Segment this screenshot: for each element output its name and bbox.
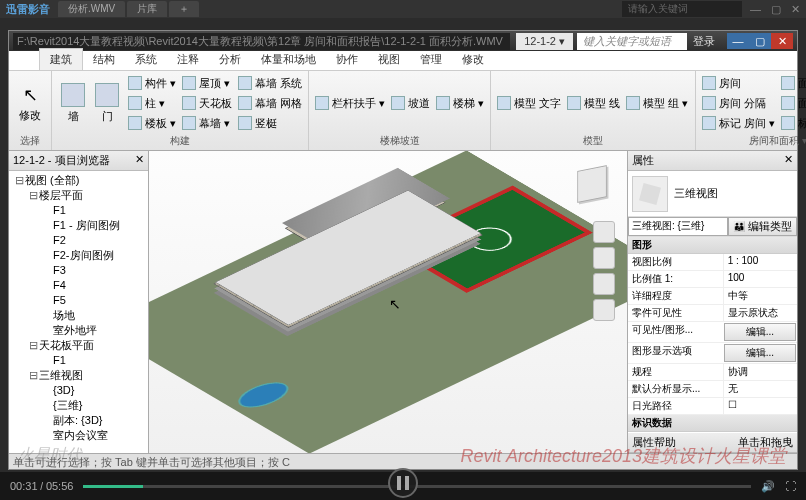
ribbon-button[interactable]: 房间 <box>700 76 777 91</box>
ribbon-tab[interactable]: 注释 <box>167 49 209 70</box>
tree-node[interactable]: ⊟天花板平面 <box>11 338 146 353</box>
ribbon-tab[interactable]: 系统 <box>125 49 167 70</box>
prop-row[interactable]: 规程协调 <box>628 364 797 381</box>
prop-row[interactable]: 比例值 1:100 <box>628 271 797 288</box>
close-icon[interactable]: ✕ <box>791 3 800 16</box>
tree-node[interactable]: {3D} <box>11 383 146 398</box>
tree-node[interactable]: ⊟楼层平面 <box>11 188 146 203</box>
ribbon-button[interactable]: 构件 ▾ <box>126 76 178 91</box>
property-grid[interactable]: 图形视图比例1 : 100比例值 1:100详细程度中等零件可见性显示原状态可见… <box>628 237 797 433</box>
fullscreen-icon[interactable]: ⛶ <box>785 480 796 492</box>
ribbon-button[interactable]: 楼梯 ▾ <box>434 96 486 111</box>
edit-type-button[interactable]: 👪 编辑类型 <box>728 217 797 236</box>
ribbon-button[interactable]: 幕墙 网格 <box>236 96 304 111</box>
prop-row[interactable]: 详细程度中等 <box>628 288 797 305</box>
tree-node[interactable]: 室外地坪 <box>11 323 146 338</box>
tree-node[interactable]: ⊟视图 (全部) <box>11 173 146 188</box>
ribbon-button[interactable]: 栏杆扶手 ▾ <box>313 96 387 111</box>
minimize-icon[interactable]: — <box>750 3 761 16</box>
viewcube[interactable] <box>567 159 617 209</box>
ribbon-tab[interactable]: 管理 <box>410 49 452 70</box>
help-search-input[interactable]: 键入关键字或短语 <box>577 33 687 50</box>
prop-row[interactable]: 默认分析显示...无 <box>628 381 797 398</box>
modify-tool[interactable]: ↖ 修改 <box>13 73 47 133</box>
ribbon-button[interactable]: 屋顶 ▾ <box>180 76 234 91</box>
tree-node[interactable]: {三维} <box>11 398 146 413</box>
player-controls[interactable]: 00:31 / 05:56 🔊 ⛶ <box>0 472 806 500</box>
tool-icon <box>182 96 196 110</box>
player-search-input[interactable]: 请输入关键词 <box>622 1 742 17</box>
ribbon-button[interactable]: 竖梃 <box>236 116 304 131</box>
ribbon-button[interactable]: 门 <box>90 73 124 133</box>
ribbon-button[interactable]: 房间 分隔 <box>700 96 777 111</box>
3d-viewport[interactable]: ↖ <box>149 151 627 453</box>
zoom-icon[interactable] <box>593 273 615 295</box>
ribbon-button[interactable]: 柱 ▾ <box>126 96 178 111</box>
ribbon-tab[interactable]: 结构 <box>83 49 125 70</box>
player-tab[interactable]: 片库 <box>127 1 167 17</box>
tree-node[interactable]: 场地 <box>11 308 146 323</box>
prop-group-header[interactable]: 标识数据 <box>628 415 797 432</box>
player-titlebar: 迅雷影音 份析.WMV 片库 ＋ 请输入关键词 — ▢ ✕ <box>0 0 806 18</box>
ribbon-tab[interactable]: 修改 <box>452 49 494 70</box>
prop-row[interactable]: 可见性/图形...编辑... <box>628 322 797 343</box>
prop-row[interactable]: 图形显示选项编辑... <box>628 343 797 364</box>
close-icon[interactable]: ✕ <box>784 153 793 168</box>
tree-node[interactable]: F4 <box>11 278 146 293</box>
prop-group-header[interactable]: 图形 <box>628 237 797 254</box>
ribbon-button[interactable]: 天花板 <box>180 96 234 111</box>
prop-row[interactable]: 日光路径☐ <box>628 398 797 415</box>
volume-icon[interactable]: 🔊 <box>761 480 775 493</box>
nav-bar[interactable] <box>593 221 617 321</box>
app-maximize-icon[interactable]: ▢ <box>749 33 771 49</box>
maximize-icon[interactable]: ▢ <box>771 3 781 16</box>
ribbon-button[interactable]: 模型 线 <box>565 96 622 111</box>
ribbon-button[interactable]: 坡道 <box>389 96 432 111</box>
ribbon-button[interactable]: 模型 文字 <box>495 96 563 111</box>
orbit-icon[interactable] <box>593 299 615 321</box>
app-close-icon[interactable]: ✕ <box>771 33 793 49</box>
tree-node[interactable]: ⊟三维视图 <box>11 368 146 383</box>
pan-icon[interactable] <box>593 247 615 269</box>
player-tab[interactable]: 份析.WMV <box>58 1 125 17</box>
tool-icon <box>702 76 716 90</box>
ribbon-button[interactable]: 面积 边界 <box>779 96 806 111</box>
ribbon-tab[interactable]: 分析 <box>209 49 251 70</box>
tree-node[interactable]: F2 <box>11 233 146 248</box>
active-document-tab[interactable]: 12-1-2 ▾ <box>516 33 573 50</box>
tree-node[interactable]: 室内会议室 <box>11 428 146 443</box>
ribbon-button[interactable]: 楼板 ▾ <box>126 116 178 131</box>
type-selector[interactable]: 三维视图: {三维} <box>628 217 728 236</box>
tree-node[interactable]: F1 - 房间图例 <box>11 218 146 233</box>
browser-tree[interactable]: ⊟视图 (全部)⊟楼层平面F1F1 - 房间图例F2F2-房间图例F3F4F5场… <box>9 171 148 453</box>
tree-node[interactable]: F1 <box>11 203 146 218</box>
ribbon-button[interactable]: 面积 ▾ <box>779 76 806 91</box>
tree-node[interactable]: F1 <box>11 353 146 368</box>
workspace: 12-1-2 - 项目浏览器✕ ⊟视图 (全部)⊟楼层平面F1F1 - 房间图例… <box>9 151 797 453</box>
ribbon-tab[interactable]: 建筑 <box>39 48 83 70</box>
tool-icon <box>182 76 196 90</box>
ribbon-tab[interactable]: 协作 <box>326 49 368 70</box>
ribbon-tab[interactable]: 体量和场地 <box>251 49 326 70</box>
login-button[interactable]: 登录 <box>693 34 715 49</box>
tree-node[interactable]: 副本: {3D} <box>11 413 146 428</box>
close-icon[interactable]: ✕ <box>135 153 144 168</box>
tree-node[interactable]: F3 <box>11 263 146 278</box>
ribbon-button[interactable]: 墙 <box>56 73 90 133</box>
ribbon-button[interactable]: 模型 组 ▾ <box>624 96 690 111</box>
prop-row[interactable]: 视图比例1 : 100 <box>628 254 797 271</box>
ribbon-button[interactable]: 标记 面积 ▾ <box>779 116 806 131</box>
tree-node[interactable]: F5 <box>11 293 146 308</box>
ribbon-tabstrip: 建筑结构系统注释分析体量和场地协作视图管理修改 <box>9 51 797 71</box>
3dview-icon <box>632 176 668 212</box>
ribbon-tab[interactable]: 视图 <box>368 49 410 70</box>
steering-wheel-icon[interactable] <box>593 221 615 243</box>
ribbon-button[interactable]: 标记 房间 ▾ <box>700 116 777 131</box>
app-minimize-icon[interactable]: — <box>727 33 749 49</box>
tree-node[interactable]: F2-房间图例 <box>11 248 146 263</box>
play-pause-button[interactable] <box>388 468 418 498</box>
ribbon-button[interactable]: 幕墙 系统 <box>236 76 304 91</box>
ribbon-button[interactable]: 幕墙 ▾ <box>180 116 234 131</box>
player-add-tab[interactable]: ＋ <box>169 1 199 17</box>
prop-row[interactable]: 零件可见性显示原状态 <box>628 305 797 322</box>
